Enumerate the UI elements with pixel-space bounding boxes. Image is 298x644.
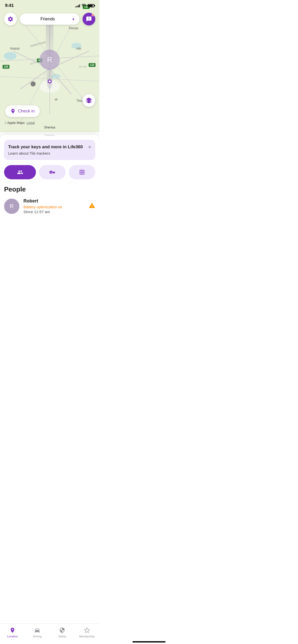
friends-label: Friends — [25, 17, 70, 22]
status-bar: 9:41 — [0, 0, 99, 11]
map-credit:  Apple Maps Legal — [5, 121, 35, 125]
checkin-button[interactable]: Check in — [5, 105, 40, 117]
apple-maps-text:  Apple Maps — [5, 121, 25, 125]
tile-tab-button[interactable] — [39, 165, 65, 179]
people-section-title: People — [4, 185, 95, 193]
person-time: Since 11:57 am — [23, 210, 85, 214]
person-item[interactable]: R Robert Battery optimization on Since 1… — [4, 198, 95, 218]
tile-banner-title: Track your keys and more in Life360 — [8, 144, 83, 150]
svg-point-25 — [49, 80, 51, 82]
person-info: Robert Battery optimization on Since 11:… — [23, 198, 85, 214]
warning-icon — [89, 202, 95, 210]
places-icon — [79, 169, 85, 175]
drag-handle[interactable] — [45, 135, 55, 136]
layers-icon — [86, 97, 92, 104]
person-avatar: R — [4, 199, 19, 214]
banner-close-button[interactable]: × — [88, 144, 91, 150]
tile-banner: Track your keys and more in Life360 Lear… — [4, 140, 95, 160]
svg-point-1 — [4, 52, 17, 60]
map-area: ISAND ROAD SH 41 SH 133 hhatral Adr Tito… — [0, 0, 99, 132]
settings-button[interactable] — [4, 13, 17, 25]
people-tab-button[interactable] — [4, 165, 36, 179]
chat-icon — [86, 16, 92, 22]
checkin-label: Check in — [18, 109, 35, 114]
layer-toggle-button[interactable] — [83, 94, 95, 107]
key-icon — [49, 169, 55, 175]
gear-icon — [7, 16, 13, 22]
legal-link[interactable]: Legal — [27, 121, 35, 125]
status-time: 9:41 — [5, 3, 14, 8]
friends-dropdown[interactable]: Friends ▾ — [20, 13, 79, 25]
person-status: Battery optimization on — [23, 205, 85, 209]
svg-text:ol: ol — [55, 97, 57, 101]
battery-icon — [88, 4, 94, 7]
chat-button[interactable] — [83, 13, 95, 25]
road-badge-133: 133 — [89, 63, 96, 67]
people-section: People R Robert Battery optimization on … — [0, 185, 99, 218]
svg-point-23 — [47, 69, 53, 89]
notification-badge — [92, 14, 94, 16]
signal-bars-icon — [75, 4, 80, 7]
other-person-marker — [31, 81, 36, 86]
svg-text:hhatral: hhatral — [10, 47, 20, 50]
road-badge-138-left: 138 — [3, 65, 9, 69]
marker-shadow — [46, 20, 53, 66]
person-name: Robert — [23, 198, 85, 204]
chevron-down-icon: ▾ — [72, 17, 74, 22]
person-initial: R — [10, 203, 14, 210]
checkin-icon — [10, 108, 16, 114]
people-icon — [17, 169, 23, 175]
status-icons — [75, 4, 94, 8]
svg-text:SH 133: SH 133 — [79, 65, 87, 68]
action-buttons-row — [0, 165, 99, 179]
svg-text:Pansar: Pansar — [69, 26, 78, 30]
svg-text:Adr: Adr — [76, 47, 81, 50]
map-location-name: Sherisa — [44, 125, 55, 129]
top-controls: Friends ▾ — [0, 13, 99, 25]
bottom-sheet: Track your keys and more in Life360 Lear… — [0, 135, 99, 241]
places-tab-button[interactable] — [69, 165, 95, 179]
wifi-icon — [82, 4, 86, 8]
tile-banner-subtitle: Learn about Tile trackers — [8, 151, 83, 155]
